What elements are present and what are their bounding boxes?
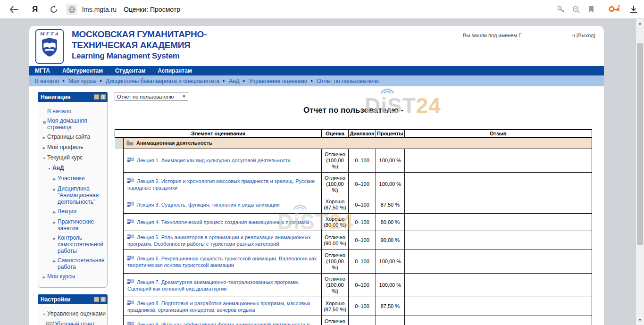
breadcrumb-link[interactable]: АнД (229, 78, 240, 84)
sidebar-item-label[interactable]: Мои курсы (47, 273, 75, 280)
breadcrumb-link[interactable]: Отчет по пользователю (317, 78, 379, 84)
collapse-icon[interactable]: ▼ (41, 154, 47, 162)
topnav-item[interactable]: Студентам (115, 67, 145, 74)
expand-icon[interactable]: ▶ (41, 144, 47, 151)
lesson-icon (127, 300, 134, 307)
topnav-item[interactable]: Абитуриентам (62, 67, 103, 74)
sidebar-item[interactable]: ▼Текущий курс (40, 154, 106, 162)
breadcrumb-link[interactable]: Управление оценками (249, 78, 308, 84)
bookmark-icon[interactable] (583, 0, 599, 19)
expand-icon[interactable]: ▶ (51, 234, 58, 242)
grade-cell: Отлично(90,00 %) (322, 231, 349, 250)
percent-cell: 100,00 % (376, 274, 405, 297)
block-title: Настройки (41, 296, 92, 303)
sidebar-item[interactable]: Моя домашняя страница (40, 117, 106, 131)
sidebar-item[interactable]: ▼Управление оценками (40, 310, 106, 318)
range-cell: 0–100 (349, 250, 376, 274)
scrollbar-thumb[interactable] (637, 43, 643, 245)
grade-item-link[interactable]: Лекция 5. Роль аниматоров в организации … (127, 234, 311, 247)
address-bar-url[interactable]: lms.mgta.ru (82, 0, 117, 19)
breadcrumb-separator-icon: ► (62, 79, 66, 83)
grade-item-link[interactable]: Лекция 8. Подготовка и разработка анимац… (127, 300, 310, 313)
grade-item-link[interactable]: Лекция 3. Сущность, функция, типология и… (137, 202, 280, 208)
breadcrumb-link[interactable]: Дисциплины бакалавриата и специалитета (106, 78, 219, 84)
sidebar-item-label[interactable]: Лекции (58, 208, 76, 215)
sidebar-item-label[interactable]: АнД (52, 165, 64, 171)
collapse-icon[interactable]: ▼ (41, 310, 47, 318)
sidebar-item-label[interactable]: Моя домашняя страница (47, 117, 106, 131)
breadcrumb-separator-icon: ► (310, 79, 314, 83)
sidebar-item[interactable]: ▶Мой профиль (40, 144, 106, 151)
collapse-block-icon[interactable]: − (94, 94, 99, 100)
percent-cell: 87,50 % (376, 196, 405, 214)
grade-item-link[interactable]: Лекция 1. Анимация как вид культурно-дос… (137, 158, 291, 163)
breadcrumb-link[interactable]: Мои курсы (68, 78, 96, 84)
expand-icon[interactable]: ▶ (51, 185, 58, 193)
expand-icon[interactable]: ▶ (51, 208, 58, 216)
sidebar-item[interactable]: ▼АнД (40, 165, 106, 172)
grade-row: Лекция 6. Рекреационная сущность туристс… (115, 250, 592, 274)
sidebar-item[interactable]: ▶Самостоятельная работа (40, 257, 106, 270)
page-scrollbar[interactable]: ▲ ▼ (636, 19, 644, 325)
zoom-icon[interactable] (568, 0, 584, 19)
site-security-icon[interactable] (66, 4, 77, 15)
grade-item-link[interactable]: Лекция 2. История и хронология массовых … (127, 178, 315, 191)
sidebar-item[interactable]: В начало (40, 108, 106, 115)
sidebar-item[interactable]: ▶Контроль самостоятельной работы (40, 234, 106, 254)
logo-text: МГТА (36, 32, 63, 36)
collapse-block-icon[interactable]: − (94, 297, 99, 302)
shield-icon (41, 36, 59, 58)
sidebar-item-label[interactable]: Контроль самостоятельной работы (58, 234, 106, 254)
sidebar-item[interactable]: ▶Дисциплина "Анимационная деятельность" (40, 185, 106, 205)
login-info: Вы зашли под именем Гч (Выход) (463, 33, 595, 38)
logout-link[interactable]: (Выход) (577, 33, 595, 38)
sidebar-item-label[interactable]: В начало (47, 108, 71, 115)
back-button[interactable] (5, 0, 24, 19)
address-bar-page-title: Оценки: Просмотр (124, 0, 180, 19)
sidebar-item-label[interactable]: Участники (58, 175, 84, 182)
grade-item-link[interactable]: Лекция 6. Рекреационная сущность туристс… (127, 256, 317, 268)
scroll-down-icon[interactable]: ▼ (636, 317, 644, 324)
expand-icon[interactable]: ▶ (41, 273, 47, 281)
grade-item-link[interactable]: Лекция 9. Игра как эффективная форма ани… (127, 322, 309, 325)
topnav-item[interactable]: МГТА (35, 67, 50, 74)
yandex-icon[interactable]: Я (26, 0, 43, 19)
password-manager-icon[interactable]: ! (606, 0, 623, 19)
lesson-icon (127, 157, 134, 164)
breadcrumb-link[interactable]: В начало (35, 78, 59, 84)
expand-icon[interactable]: ▶ (51, 218, 58, 226)
sidebar-item-label[interactable]: Практические занятия (58, 218, 106, 232)
sidebar-item[interactable]: ▶Практические занятия (40, 218, 106, 232)
grade-item-link[interactable]: Лекция 4. Технологический процесс создан… (137, 219, 309, 225)
collapse-icon[interactable]: ▼ (46, 165, 52, 172)
sidebar-item-label[interactable]: Обзорный отчет (52, 321, 95, 325)
percent-cell: 87,50 % (376, 297, 405, 316)
expand-icon[interactable]: ▶ (51, 175, 58, 183)
sidebar-item[interactable]: ▶Страницы сайта (40, 133, 106, 141)
dock-block-icon[interactable]: ❙ (100, 94, 106, 100)
feedback-cell (404, 149, 592, 173)
top-navigation: МГТААбитуриентамСтудентамАспирантам (29, 66, 604, 75)
sidebar-item-label[interactable]: Дисциплина "Анимационная деятельность" (58, 185, 106, 205)
block-title: Навигация (41, 94, 92, 100)
sidebar-item[interactable]: Обзорный отчет (40, 321, 106, 325)
expand-icon[interactable]: ▶ (51, 257, 58, 265)
key-icon[interactable] (553, 0, 569, 19)
topnav-item[interactable]: Аспирантам (158, 67, 192, 74)
range-cell: 0–100 (349, 297, 376, 316)
sidebar-item[interactable]: ▶Мои курсы (40, 273, 106, 281)
scroll-up-icon[interactable]: ▲ (636, 20, 644, 27)
expand-icon[interactable]: ▶ (41, 133, 47, 141)
block-body: В началоМоя домашняя страница▶Страницы с… (38, 102, 108, 288)
grade-item-link[interactable]: Лекция 7. Драматургия анимационно-театра… (127, 279, 299, 292)
sidebar-item[interactable]: ▶Участники (40, 175, 106, 183)
download-icon[interactable] (626, 0, 642, 19)
grade-cell: Хорошо(87,50 %) (322, 297, 349, 316)
sidebar-item-label[interactable]: Самостоятельная работа (58, 257, 106, 270)
reload-button[interactable] (45, 0, 62, 19)
dock-block-icon[interactable]: ❙ (100, 297, 106, 302)
report-type-select[interactable]: Отчет по пользователю ▼ (115, 92, 188, 101)
page-title: Отчет по пользователю - (115, 106, 592, 115)
feedback-cell (404, 274, 592, 297)
sidebar-item[interactable]: ▶Лекции (40, 208, 106, 216)
